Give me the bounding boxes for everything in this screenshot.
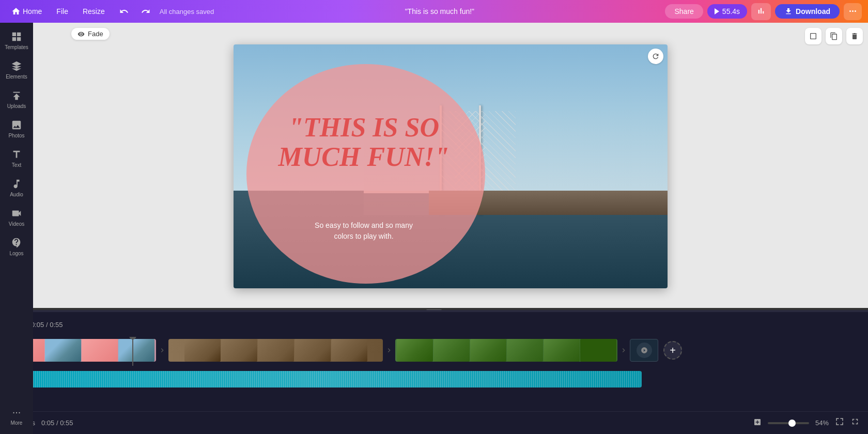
main-quote-text[interactable]: "THIS IS SO MUCH FUN!": [255, 113, 472, 172]
thumb-3-2: [433, 339, 470, 362]
download-label: Download: [796, 7, 830, 16]
sidebar-item-text[interactable]: Text: [2, 145, 31, 172]
canvas-area: Fade: [33, 23, 868, 310]
sub-text-content: So easy to follow and so manycolors to p…: [315, 221, 413, 240]
sidebar-item-logos[interactable]: Logos: [2, 233, 31, 260]
bottom-right: 54%: [753, 417, 860, 429]
sidebar-item-elements[interactable]: Elements: [2, 56, 31, 84]
clip-3-thumbnails: [397, 339, 616, 362]
expand-canvas-button[interactable]: [805, 28, 822, 44]
audio-waveform: [6, 371, 642, 388]
thumb-2-2: [221, 339, 257, 362]
add-icon: +: [663, 341, 682, 360]
clip-join-2[interactable]: [384, 346, 394, 354]
clip-join-1[interactable]: [157, 346, 167, 354]
pink-circle-overlay: [246, 64, 485, 284]
sidebar-logos-label: Logos: [9, 251, 23, 256]
fit-to-screen-button[interactable]: [835, 417, 844, 429]
fullscreen-button[interactable]: [850, 417, 860, 429]
clip-4[interactable]: [630, 339, 658, 362]
copy-canvas-button[interactable]: [826, 28, 842, 44]
audio-clip[interactable]: [6, 371, 642, 388]
sidebar-templates-label: Templates: [5, 44, 28, 50]
more-button[interactable]: ···: [844, 3, 862, 20]
duration-label: 55.4s: [722, 7, 740, 16]
sidebar-uploads-label: Uploads: [7, 103, 26, 109]
sidebar-item-more[interactable]: ··· More: [2, 402, 31, 430]
delete-canvas-button[interactable]: [846, 28, 863, 44]
sidebar-videos-label: Videos: [9, 221, 24, 227]
sidebar-item-templates[interactable]: Templates: [2, 27, 31, 54]
document-title: "This is so much fun!": [405, 7, 474, 16]
sidebar-more-label: More: [11, 420, 23, 426]
thumb-1-2: [45, 339, 81, 362]
zoom-in-button[interactable]: [753, 418, 762, 428]
fade-label-text: Fade: [88, 30, 103, 38]
home-label: Home: [23, 7, 42, 16]
refresh-canvas-button[interactable]: [648, 49, 663, 64]
time-display: 0:05 / 0:55: [31, 321, 63, 329]
main-canvas: "THIS IS SO MUCH FUN!" So easy to follow…: [234, 44, 668, 288]
resize-label: Resize: [83, 7, 105, 16]
sidebar-text-label: Text: [12, 162, 21, 168]
add-clip-button[interactable]: +: [663, 341, 682, 360]
bottom-time-display: 0:05 / 0:55: [41, 419, 73, 427]
analytics-button[interactable]: [751, 3, 771, 20]
file-label: File: [56, 7, 68, 16]
topbar: Home File Resize All changes saved "This…: [0, 0, 868, 23]
sidebar-elements-label: Elements: [6, 74, 27, 80]
thumb-3-5: [544, 339, 580, 362]
fade-transition-label[interactable]: Fade: [71, 28, 110, 40]
canvas-top-right: [805, 28, 863, 44]
download-button[interactable]: Download: [775, 4, 840, 19]
duration-button[interactable]: 55.4s: [707, 4, 747, 19]
video-track-1: +: [6, 337, 862, 364]
thumb-2-1: [184, 339, 221, 362]
save-status: All changes saved: [160, 8, 214, 16]
thumb-2-4: [295, 339, 331, 362]
zoom-thumb: [788, 420, 796, 427]
timeline-controls: 0:05 / 0:55: [0, 312, 868, 337]
sidebar-item-videos[interactable]: Videos: [2, 204, 31, 231]
thumb-3-4: [507, 339, 543, 362]
redo-button[interactable]: [136, 5, 156, 18]
zoom-level: 54%: [815, 419, 829, 427]
audio-track-row: [6, 366, 862, 393]
thumb-3-1: [397, 339, 433, 362]
sidebar-item-audio[interactable]: Audio: [2, 174, 31, 202]
undo-redo-group: [114, 5, 156, 18]
undo-button[interactable]: [114, 5, 134, 18]
file-button[interactable]: File: [51, 5, 73, 18]
clip-join-3[interactable]: [618, 346, 629, 354]
zoom-slider[interactable]: [768, 422, 809, 424]
sidebar-item-uploads[interactable]: Uploads: [2, 86, 31, 113]
sidebar-photos-label: Photos: [8, 133, 24, 138]
sidebar-audio-label: Audio: [10, 192, 23, 197]
thumb-3-3: [470, 339, 506, 362]
thumb-2-3: [258, 339, 294, 362]
home-button[interactable]: Home: [6, 5, 47, 18]
thumb-3-6: [580, 339, 616, 362]
clip-2-thumbnails: [184, 339, 367, 362]
total-time: 0:55: [50, 321, 63, 329]
bottom-bar: Notes 0:05 / 0:55 54%: [0, 411, 868, 434]
clip-3[interactable]: [395, 339, 617, 362]
sidebar: Templates Elements Uploads Photos Text A…: [0, 23, 33, 434]
sidebar-item-photos[interactable]: Photos: [2, 115, 31, 143]
bottom-current-time: 0:05: [41, 419, 54, 427]
thumb-2-5: [331, 339, 367, 362]
topbar-center: "This is so much fun!": [218, 7, 661, 16]
clip-2[interactable]: [168, 339, 383, 362]
sub-text: So easy to follow and so manycolors to p…: [255, 220, 472, 242]
topbar-right: Share 55.4s Download ···: [665, 3, 862, 20]
share-button[interactable]: Share: [665, 4, 703, 19]
resize-button[interactable]: Resize: [78, 5, 110, 18]
bottom-total-time: 0:55: [60, 419, 73, 427]
play-icon: [715, 8, 719, 14]
thumb-1-4: [118, 339, 154, 362]
thumb-1-3: [82, 339, 118, 362]
